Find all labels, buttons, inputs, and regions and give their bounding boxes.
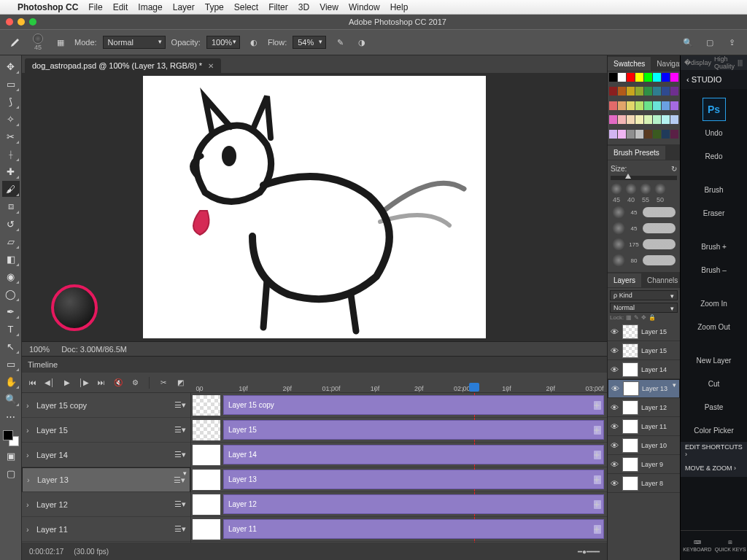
timeline-settings-icon[interactable]: ⚙: [129, 376, 142, 389]
tool-brush[interactable]: 🖌: [2, 181, 20, 197]
visibility-icon[interactable]: 👁: [610, 384, 620, 393]
swatch[interactable]: [644, 115, 652, 124]
expand-icon[interactable]: ›: [27, 475, 33, 484]
layer-row[interactable]: 👁Layer 13: [608, 379, 680, 398]
swatch[interactable]: [644, 130, 652, 139]
swatch[interactable]: [618, 130, 626, 139]
visibility-icon[interactable]: 👁: [609, 403, 619, 412]
expand-icon[interactable]: ›: [26, 401, 32, 410]
play-icon[interactable]: ▶: [61, 376, 73, 389]
ps-logo-icon[interactable]: Ps: [703, 98, 726, 121]
swatch[interactable]: [635, 115, 643, 124]
swatch[interactable]: [627, 73, 635, 82]
visibility-icon[interactable]: 👁: [609, 479, 619, 488]
layer-thumbnail[interactable]: [622, 400, 638, 415]
swatch[interactable]: [627, 130, 635, 139]
tool-shape[interactable]: ▭: [2, 356, 20, 372]
tool-gradient[interactable]: ◧: [2, 251, 20, 267]
brush-stroke-preset[interactable]: 45: [612, 221, 676, 236]
menu-filter[interactable]: Filter: [268, 2, 288, 12]
layer-thumbnail[interactable]: [622, 438, 638, 453]
tool-move[interactable]: ✥: [2, 58, 20, 74]
tool-wand[interactable]: ✧: [2, 111, 20, 127]
visibility-icon[interactable]: 👁: [609, 441, 619, 450]
tab-channels[interactable]: Channels: [641, 273, 684, 287]
astropad-shortcut[interactable]: Brush –: [681, 258, 747, 281]
tool-path[interactable]: ↖: [2, 338, 20, 354]
audio-icon[interactable]: 🔇: [112, 376, 124, 389]
add-clip-icon[interactable]: ＋: [591, 449, 603, 461]
swatches-grid[interactable]: [608, 71, 680, 144]
opacity-input[interactable]: 100%: [206, 36, 240, 49]
timeline-layer-row[interactable]: ›Layer 12☰▾: [22, 492, 190, 517]
menu-file[interactable]: File: [88, 2, 102, 12]
layer-row[interactable]: 👁Layer 11: [608, 417, 680, 436]
framerate[interactable]: (30.00 fps): [74, 548, 109, 556]
pressure-size-icon[interactable]: ◑: [354, 34, 370, 50]
visibility-icon[interactable]: 👁: [609, 327, 619, 336]
astropad-keyboard-button[interactable]: ⌨KEYBOARD: [681, 531, 714, 560]
menu-layer[interactable]: Layer: [173, 2, 195, 12]
expand-icon[interactable]: ›: [26, 525, 32, 534]
astropad-shortcut[interactable]: Cut: [681, 372, 747, 395]
timeline-layer-row[interactable]: ›Layer 15☰▾: [22, 418, 190, 443]
swatch[interactable]: [644, 87, 652, 96]
menu-select[interactable]: Select: [234, 2, 258, 12]
layer-row[interactable]: 👁Layer 12: [608, 398, 680, 417]
swatch[interactable]: [644, 73, 652, 82]
tool-history-brush[interactable]: ↺: [2, 216, 20, 232]
layer-row[interactable]: 👁Layer 9: [608, 455, 680, 474]
visibility-icon[interactable]: 👁: [609, 422, 619, 431]
swatch[interactable]: [653, 115, 661, 124]
swatch[interactable]: [627, 87, 635, 96]
flow-input[interactable]: 54%: [293, 36, 326, 49]
add-clip-icon[interactable]: ＋: [591, 400, 603, 411]
timeline-track[interactable]: Layer 11＋: [191, 517, 607, 542]
tool-zoom[interactable]: 🔍: [2, 391, 20, 407]
swatch[interactable]: [618, 87, 626, 96]
row-options-icon[interactable]: ☰▾: [174, 450, 186, 459]
row-options-icon[interactable]: ☰▾: [174, 524, 186, 534]
timeline-ruler[interactable]: 0010f20f01:00f10f20f02:00f10f20f03:00f: [191, 373, 607, 393]
astropad-studio-button[interactable]: ‹ STUDIO: [681, 70, 747, 89]
tool-misc[interactable]: ⋯: [2, 408, 20, 424]
tool-lasso[interactable]: ⟆: [2, 93, 20, 109]
tool-dodge[interactable]: ◯: [2, 286, 20, 302]
layer-blend-mode[interactable]: Normal: [610, 303, 678, 313]
swatch[interactable]: [670, 73, 678, 82]
swatch[interactable]: [609, 130, 617, 139]
maximize-icon[interactable]: [29, 18, 36, 26]
astropad-shortcut[interactable]: Zoom Out: [681, 315, 747, 338]
share-icon[interactable]: ⇪: [724, 34, 740, 50]
zoom-level[interactable]: 100%: [29, 345, 50, 354]
astropad-shortcut[interactable]: Brush: [681, 178, 747, 201]
timeline-track[interactable]: Layer 15 copy＋: [191, 393, 607, 418]
timeline-tracks[interactable]: Layer 15 copy＋Layer 15＋Layer 14＋Layer 13…: [191, 393, 607, 542]
swatch[interactable]: [670, 115, 678, 124]
swatch[interactable]: [662, 115, 670, 124]
timeline-track[interactable]: Layer 13＋: [191, 467, 607, 492]
astropad-quickkeys-button[interactable]: ⊞QUICK KEYS: [714, 531, 748, 560]
timeline-layer-row[interactable]: ›Layer 13☰▾: [22, 467, 190, 492]
tool-stamp[interactable]: ⧈: [2, 198, 20, 214]
add-clip-icon[interactable]: ＋: [591, 474, 603, 486]
tool-eraser[interactable]: ▱: [2, 233, 20, 249]
expand-icon[interactable]: ›: [26, 426, 32, 435]
swatch[interactable]: [653, 87, 661, 96]
menu-3d[interactable]: 3D: [298, 2, 309, 12]
brush-stroke-preset[interactable]: 175: [612, 237, 676, 252]
quick-mask-icon[interactable]: ▣: [2, 448, 20, 464]
pressure-opacity-icon[interactable]: ◐: [246, 34, 262, 50]
canvas[interactable]: [143, 76, 486, 338]
layer-row[interactable]: 👁Layer 14: [608, 360, 680, 379]
tool-pen[interactable]: ✒: [2, 303, 20, 319]
astropad-shortcut[interactable]: Undo: [681, 121, 747, 144]
reset-brush-icon[interactable]: ↻: [671, 165, 677, 173]
row-options-icon[interactable]: ☰▾: [174, 400, 186, 410]
tab-layers[interactable]: Layers: [608, 273, 641, 287]
minimize-icon[interactable]: [18, 18, 25, 26]
swatch[interactable]: [609, 101, 617, 110]
row-options-icon[interactable]: ☰▾: [174, 425, 186, 435]
layer-thumbnail[interactable]: [622, 457, 638, 472]
visibility-icon[interactable]: 👁: [609, 460, 619, 469]
